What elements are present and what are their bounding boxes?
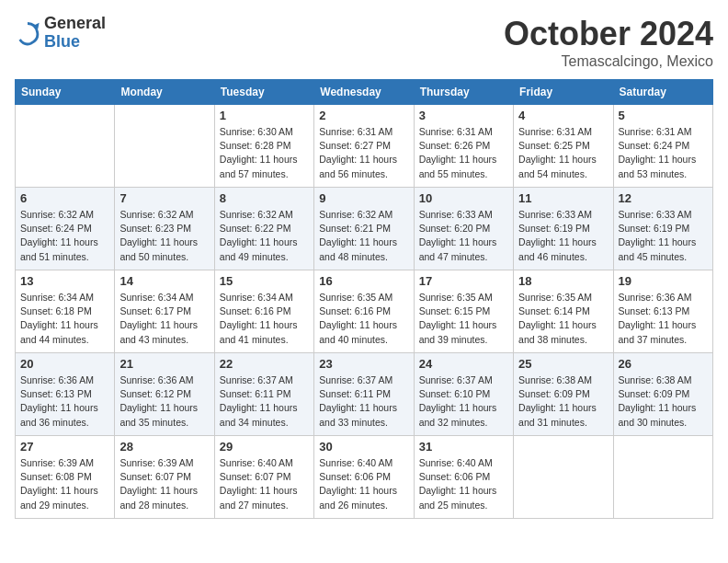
cell-info: Sunrise: 6:36 AMSunset: 6:12 PMDaylight:…	[119, 373, 209, 430]
calendar-cell: 23Sunrise: 6:37 AMSunset: 6:11 PMDayligh…	[314, 353, 414, 436]
cell-info: Sunrise: 6:37 AMSunset: 6:10 PMDaylight:…	[419, 373, 508, 430]
day-number: 28	[119, 440, 209, 454]
cell-info: Sunrise: 6:33 AMSunset: 6:19 PMDaylight:…	[518, 208, 608, 264]
cell-info: Sunrise: 6:33 AMSunset: 6:19 PMDaylight:…	[619, 208, 708, 264]
cell-info: Sunrise: 6:38 AMSunset: 6:09 PMDaylight:…	[518, 373, 608, 430]
calendar-cell: 30Sunrise: 6:40 AMSunset: 6:06 PMDayligh…	[314, 436, 414, 519]
logo: General Blue	[15, 15, 106, 52]
calendar-cell: 29Sunrise: 6:40 AMSunset: 6:07 PMDayligh…	[214, 436, 313, 519]
cell-info: Sunrise: 6:32 AMSunset: 6:24 PMDaylight:…	[20, 208, 109, 264]
calendar-cell: 26Sunrise: 6:38 AMSunset: 6:09 PMDayligh…	[613, 353, 712, 436]
day-header-friday: Friday	[514, 80, 613, 105]
cell-info: Sunrise: 6:35 AMSunset: 6:16 PMDaylight:…	[319, 291, 408, 347]
day-number: 18	[518, 274, 608, 288]
calendar-cell: 18Sunrise: 6:35 AMSunset: 6:14 PMDayligh…	[514, 270, 613, 353]
cell-info: Sunrise: 6:34 AMSunset: 6:17 PMDaylight:…	[119, 291, 209, 347]
day-number: 16	[319, 274, 408, 288]
day-number: 1	[220, 109, 309, 122]
calendar-cell: 7Sunrise: 6:32 AMSunset: 6:23 PMDaylight…	[115, 188, 214, 270]
calendar-cell: 28Sunrise: 6:39 AMSunset: 6:07 PMDayligh…	[115, 436, 214, 519]
calendar-cell: 4Sunrise: 6:31 AMSunset: 6:25 PMDaylight…	[514, 105, 613, 188]
cell-info: Sunrise: 6:39 AMSunset: 6:07 PMDaylight:…	[119, 456, 209, 512]
day-number: 9	[319, 191, 408, 205]
week-row-3: 13Sunrise: 6:34 AMSunset: 6:18 PMDayligh…	[16, 270, 713, 353]
day-number: 17	[419, 274, 508, 288]
calendar-cell: 13Sunrise: 6:34 AMSunset: 6:18 PMDayligh…	[16, 270, 115, 353]
cell-info: Sunrise: 6:36 AMSunset: 6:13 PMDaylight:…	[20, 373, 109, 430]
calendar-cell: 24Sunrise: 6:37 AMSunset: 6:10 PMDayligh…	[414, 353, 513, 436]
cell-info: Sunrise: 6:37 AMSunset: 6:11 PMDaylight:…	[220, 373, 309, 430]
day-header-thursday: Thursday	[414, 80, 513, 105]
day-number: 20	[20, 357, 109, 371]
calendar-cell: 11Sunrise: 6:33 AMSunset: 6:19 PMDayligh…	[514, 188, 613, 270]
cell-info: Sunrise: 6:40 AMSunset: 6:07 PMDaylight:…	[220, 456, 309, 512]
calendar-cell: 5Sunrise: 6:31 AMSunset: 6:24 PMDaylight…	[613, 105, 712, 188]
month-title: October 2024	[504, 15, 713, 53]
cell-info: Sunrise: 6:40 AMSunset: 6:06 PMDaylight:…	[419, 456, 508, 512]
day-number: 11	[518, 191, 608, 205]
calendar-body: 1Sunrise: 6:30 AMSunset: 6:28 PMDaylight…	[16, 105, 713, 519]
cell-info: Sunrise: 6:31 AMSunset: 6:26 PMDaylight:…	[419, 125, 508, 181]
cell-info: Sunrise: 6:34 AMSunset: 6:18 PMDaylight:…	[20, 291, 109, 347]
day-number: 13	[20, 274, 109, 288]
cell-info: Sunrise: 6:30 AMSunset: 6:28 PMDaylight:…	[220, 125, 309, 181]
week-row-4: 20Sunrise: 6:36 AMSunset: 6:13 PMDayligh…	[16, 353, 713, 436]
calendar-cell: 1Sunrise: 6:30 AMSunset: 6:28 PMDaylight…	[214, 105, 313, 188]
day-number: 26	[619, 357, 708, 371]
day-number: 5	[619, 109, 708, 122]
day-number: 29	[220, 440, 309, 454]
cell-info: Sunrise: 6:32 AMSunset: 6:23 PMDaylight:…	[119, 208, 209, 264]
week-row-5: 27Sunrise: 6:39 AMSunset: 6:08 PMDayligh…	[16, 436, 713, 519]
cell-info: Sunrise: 6:40 AMSunset: 6:06 PMDaylight:…	[319, 456, 408, 512]
calendar-cell	[613, 436, 712, 519]
day-number: 30	[319, 440, 408, 454]
day-number: 24	[419, 357, 508, 371]
day-header-wednesday: Wednesday	[314, 80, 414, 105]
calendar-cell: 2Sunrise: 6:31 AMSunset: 6:27 PMDaylight…	[314, 105, 414, 188]
logo-icon	[15, 20, 40, 46]
calendar-cell: 19Sunrise: 6:36 AMSunset: 6:13 PMDayligh…	[613, 270, 712, 353]
calendar-cell: 25Sunrise: 6:38 AMSunset: 6:09 PMDayligh…	[514, 353, 613, 436]
calendar-cell: 3Sunrise: 6:31 AMSunset: 6:26 PMDaylight…	[414, 105, 513, 188]
day-number: 4	[518, 109, 608, 122]
cell-info: Sunrise: 6:32 AMSunset: 6:22 PMDaylight:…	[220, 208, 309, 264]
cell-info: Sunrise: 6:38 AMSunset: 6:09 PMDaylight:…	[619, 373, 708, 430]
title-area: October 2024 Temascalcingo, Mexico	[504, 15, 713, 70]
calendar-cell: 8Sunrise: 6:32 AMSunset: 6:22 PMDaylight…	[214, 188, 313, 270]
calendar-cell: 15Sunrise: 6:34 AMSunset: 6:16 PMDayligh…	[214, 270, 313, 353]
cell-info: Sunrise: 6:31 AMSunset: 6:24 PMDaylight:…	[619, 125, 708, 181]
cell-info: Sunrise: 6:31 AMSunset: 6:25 PMDaylight:…	[518, 125, 608, 181]
cell-info: Sunrise: 6:35 AMSunset: 6:14 PMDaylight:…	[518, 291, 608, 347]
day-number: 22	[220, 357, 309, 371]
cell-info: Sunrise: 6:33 AMSunset: 6:20 PMDaylight:…	[419, 208, 508, 264]
cell-info: Sunrise: 6:39 AMSunset: 6:08 PMDaylight:…	[20, 456, 109, 512]
calendar-cell: 31Sunrise: 6:40 AMSunset: 6:06 PMDayligh…	[414, 436, 513, 519]
day-number: 25	[518, 357, 608, 371]
day-number: 8	[220, 191, 309, 205]
calendar-cell: 9Sunrise: 6:32 AMSunset: 6:21 PMDaylight…	[314, 188, 414, 270]
day-number: 21	[119, 357, 209, 371]
day-number: 31	[419, 440, 508, 454]
calendar-cell: 6Sunrise: 6:32 AMSunset: 6:24 PMDaylight…	[16, 188, 115, 270]
calendar-cell: 17Sunrise: 6:35 AMSunset: 6:15 PMDayligh…	[414, 270, 513, 353]
calendar-cell: 27Sunrise: 6:39 AMSunset: 6:08 PMDayligh…	[16, 436, 115, 519]
day-number: 3	[419, 109, 508, 122]
header: General Blue October 2024 Temascalcingo,…	[15, 15, 713, 70]
calendar-cell	[514, 436, 613, 519]
cell-info: Sunrise: 6:34 AMSunset: 6:16 PMDaylight:…	[220, 291, 309, 347]
calendar-header: SundayMondayTuesdayWednesdayThursdayFrid…	[16, 80, 713, 105]
calendar-cell: 21Sunrise: 6:36 AMSunset: 6:12 PMDayligh…	[115, 353, 214, 436]
calendar-cell: 14Sunrise: 6:34 AMSunset: 6:17 PMDayligh…	[115, 270, 214, 353]
calendar-cell: 20Sunrise: 6:36 AMSunset: 6:13 PMDayligh…	[16, 353, 115, 436]
day-number: 14	[119, 274, 209, 288]
day-number: 12	[619, 191, 708, 205]
day-number: 6	[20, 191, 109, 205]
day-number: 23	[319, 357, 408, 371]
logo-general: General	[44, 15, 106, 33]
cell-info: Sunrise: 6:35 AMSunset: 6:15 PMDaylight:…	[419, 291, 508, 347]
cell-info: Sunrise: 6:32 AMSunset: 6:21 PMDaylight:…	[319, 208, 408, 264]
day-header-saturday: Saturday	[613, 80, 712, 105]
calendar-cell: 10Sunrise: 6:33 AMSunset: 6:20 PMDayligh…	[414, 188, 513, 270]
logo-text: General Blue	[44, 15, 106, 52]
calendar-cell: 16Sunrise: 6:35 AMSunset: 6:16 PMDayligh…	[314, 270, 414, 353]
